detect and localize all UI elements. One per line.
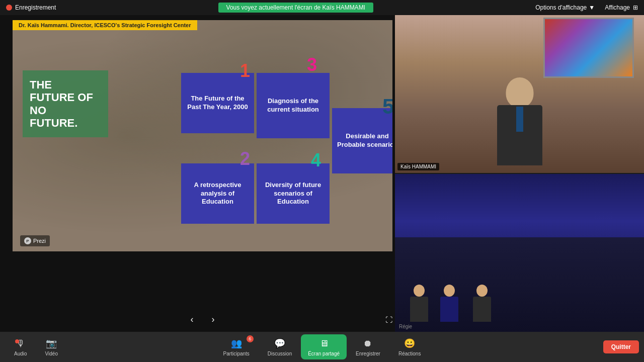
right-panel: Kaïs HAMMAMI xyxy=(395,15,644,332)
quit-button[interactable]: Quitter xyxy=(603,340,639,353)
discussion-label: Discussion xyxy=(268,351,292,356)
audio-label: Audio xyxy=(14,351,27,356)
display-options[interactable]: Options d'affichage ▼ Affichage ⊞ xyxy=(535,4,638,11)
participants-label: Participants xyxy=(223,351,250,356)
slide-container: Dr. Kaïs Hammami. Director, ICESCO's Str… xyxy=(13,20,392,251)
speaker-name-label: Kaïs HAMMAMI xyxy=(397,163,439,170)
prezi-logo: P Prezi xyxy=(20,235,50,246)
screen-share-label: Écran partagé xyxy=(308,351,340,356)
conference-video: Régie xyxy=(395,174,644,332)
audio-notification xyxy=(15,339,19,343)
video-button[interactable]: 📷 Vidéo xyxy=(36,337,67,356)
number-3: 3 xyxy=(307,54,317,75)
conference-person-2 xyxy=(440,285,458,322)
regie-label: Régie xyxy=(399,324,412,329)
slide-background: Dr. Kaïs Hammami. Director, ICESCO's Str… xyxy=(13,20,392,251)
conference-scene: Régie xyxy=(395,174,644,332)
discussion-icon: 💬 xyxy=(274,337,286,349)
presentation-panel: Dr. Kaïs Hammami. Director, ICESCO's Str… xyxy=(0,15,395,332)
speaker-figure xyxy=(479,72,560,173)
speaker-video-inner: Kaïs HAMMAMI xyxy=(395,15,644,173)
record-button[interactable]: ⏺ Enregistrer xyxy=(347,334,389,359)
participants-icon: 👥 xyxy=(230,337,243,349)
person-head xyxy=(476,285,488,297)
record-icon: ⏺ xyxy=(362,337,374,349)
prezi-icon: P xyxy=(24,237,31,244)
speaker-background: Kaïs HAMMAMI xyxy=(395,15,644,173)
screen-share-banner: Vous voyez actuellement l'écran de Kaïs … xyxy=(218,3,373,13)
reactions-label: Réactions xyxy=(398,351,421,356)
box-future-past: The Future of the Past The Year, 2000 xyxy=(181,73,254,133)
person-head xyxy=(414,285,425,297)
top-bar: Enregistrement Vous voyez actuellement l… xyxy=(0,0,644,15)
speaker-tie xyxy=(516,107,523,132)
next-slide-button[interactable]: › xyxy=(208,312,219,327)
number-5: 5 xyxy=(382,95,392,119)
box-diagnosis: Diagnosis of the current situation xyxy=(257,73,330,138)
slide-navigation: ‹ › ⛶ xyxy=(13,312,392,327)
person-body xyxy=(410,297,428,322)
conference-person-3 xyxy=(473,285,491,322)
toolbar-center: 6 👥 Participants 💬 Discussion 🖥 Écran pa… xyxy=(214,334,430,359)
number-2: 2 xyxy=(240,148,250,169)
number-4: 4 xyxy=(311,150,321,171)
wall-artwork xyxy=(543,18,634,78)
bottom-toolbar: 🎙 Audio 📷 Vidéo 6 👥 Participants 💬 Discu… xyxy=(0,332,644,362)
discussion-button[interactable]: 💬 Discussion xyxy=(259,334,301,359)
person-head xyxy=(444,285,455,297)
box-retrospective: A retrospective analysis of Education xyxy=(181,163,254,224)
future-text-block: THE FUTURE OF NO FUTURE. xyxy=(23,70,108,137)
reactions-icon: 😀 xyxy=(404,337,416,349)
toolbar-left: 🎙 Audio 📷 Vidéo xyxy=(5,337,67,356)
video-icon: 📷 xyxy=(45,337,57,349)
participants-button[interactable]: 6 👥 Participants xyxy=(214,334,259,359)
expand-button[interactable]: ⛶ xyxy=(385,316,392,324)
video-label: Vidéo xyxy=(45,351,58,356)
screen-share-icon: 🖥 xyxy=(318,337,330,349)
recording-label: Enregistrement xyxy=(15,4,56,11)
toolbar-right: Quitter xyxy=(603,340,639,353)
main-content: Dr. Kaïs Hammami. Director, ICESCO's Str… xyxy=(0,15,644,332)
recording-dot xyxy=(6,5,12,11)
conference-person-1 xyxy=(410,285,428,322)
slide-title-bar: Dr. Kaïs Hammami. Director, ICESCO's Str… xyxy=(13,20,197,30)
conference-stage xyxy=(395,237,644,332)
box-diversity: Diversity of future scenarios of Educati… xyxy=(257,163,330,224)
recording-indicator: Enregistrement xyxy=(6,4,56,11)
participants-count: 6 xyxy=(247,335,254,342)
number-1: 1 xyxy=(240,60,250,81)
prev-slide-button[interactable]: ‹ xyxy=(187,312,198,327)
audio-button[interactable]: 🎙 Audio xyxy=(5,337,36,356)
reactions-button[interactable]: 😀 Réactions xyxy=(389,334,430,359)
screen-share-button[interactable]: 🖥 Écran partagé xyxy=(301,334,347,359)
record-label: Enregistrer xyxy=(356,351,380,356)
person-body xyxy=(440,297,458,322)
speaker-head xyxy=(506,77,533,108)
person-body xyxy=(473,297,491,322)
speaker-video: Kaïs HAMMAMI xyxy=(395,15,644,174)
